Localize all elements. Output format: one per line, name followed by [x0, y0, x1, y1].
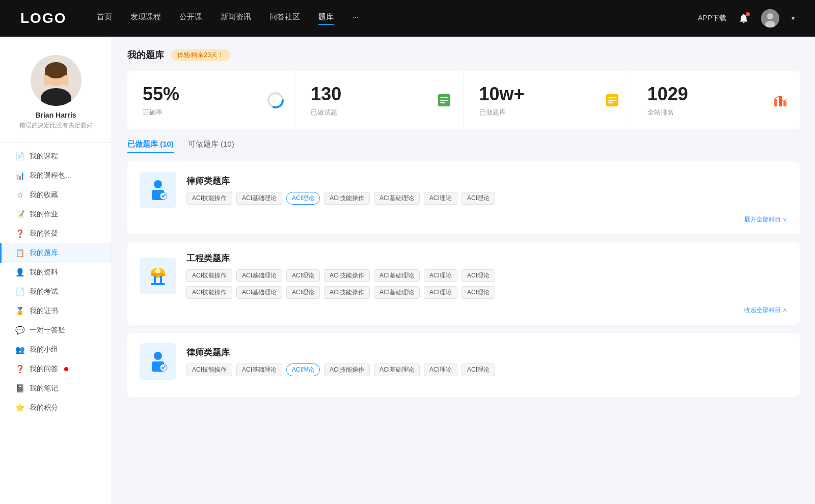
tab-available[interactable]: 可做题库 (10)	[188, 139, 234, 153]
menu-badge	[64, 367, 68, 371]
sidebar-item-我的作业[interactable]: 📝 我的作业	[0, 205, 112, 224]
menu-icon: 📓	[15, 384, 24, 393]
tag[interactable]: ACI理论	[461, 269, 495, 282]
tag[interactable]: ACI基础理论	[374, 192, 420, 205]
tag[interactable]: ACI理论	[424, 192, 457, 205]
stat-questions-icon	[435, 91, 453, 109]
stats-row: 55% 正确率 130 已做试题	[127, 71, 800, 129]
notification-bell[interactable]	[737, 11, 751, 25]
tag[interactable]: ACI技能操作	[324, 192, 370, 205]
svg-point-29	[155, 268, 160, 273]
avatar-dropdown-icon[interactable]: ▾	[792, 15, 795, 22]
logo[interactable]: LOGO	[20, 10, 66, 26]
tag[interactable]: ACI理论	[286, 269, 320, 282]
sidebar-item-我的小组[interactable]: 👥 我的小组	[0, 340, 112, 359]
sidebar-item-一对一答疑[interactable]: 💬 一对一答疑	[0, 321, 112, 340]
tag[interactable]: ACI技能操作	[324, 286, 370, 299]
tag[interactable]: ACI基础理论	[236, 286, 282, 299]
sidebar-item-我的资料[interactable]: 👤 我的资料	[0, 263, 112, 282]
tag[interactable]: ACI技能操作	[324, 363, 370, 376]
sidebar-username: Brian Harris	[5, 111, 106, 119]
tag[interactable]: ACI技能操作	[324, 269, 370, 282]
nav-item-题库[interactable]: 题库	[318, 12, 334, 25]
sidebar-item-我的笔记[interactable]: 📓 我的笔记	[0, 379, 112, 398]
stat-banks-done-label: 已做题库	[479, 108, 616, 117]
tag[interactable]: ACI理论	[461, 363, 495, 376]
menu-icon: ❓	[15, 365, 24, 374]
nav-item-首页[interactable]: 首页	[97, 12, 112, 25]
menu-icon: 🏅	[15, 306, 24, 316]
menu-icon: 👥	[15, 345, 24, 354]
sidebar-menu: 📄 我的课程 📊 我的课程包... ☆ 我的收藏 📝 我的作业 ❓ 我的答疑 📋…	[0, 147, 112, 417]
tag[interactable]: ACI理论	[286, 286, 320, 299]
svg-rect-26	[154, 276, 156, 284]
tag[interactable]: ACI基础理论	[236, 269, 282, 282]
expand-link[interactable]: 展开全部科目 ∨	[744, 215, 787, 224]
nav-item-问答社区[interactable]: 问答社区	[269, 12, 300, 25]
qbank-tags: ACI技能操作ACI基础理论ACI理论ACI技能操作ACI基础理论ACI理论AC…	[186, 269, 787, 282]
tag[interactable]: ACI技能操作	[186, 286, 232, 299]
menu-icon: ☆	[15, 190, 24, 200]
tag[interactable]: ACI基础理论	[374, 269, 420, 282]
page-header: 我的题库 体验剩余23天！	[127, 49, 800, 61]
menu-icon: 📋	[15, 248, 24, 258]
nav-item-新闻资讯[interactable]: 新闻资讯	[221, 12, 251, 25]
stat-accuracy: 55% 正确率	[127, 71, 295, 129]
trial-badge: 体验剩余23天！	[171, 49, 230, 61]
qbank-header: 律师类题库 ACI技能操作ACI基础理论ACI理论ACI技能操作ACI基础理论A…	[140, 343, 787, 380]
qbank-container: 律师类题库 ACI技能操作ACI基础理论ACI理论ACI技能操作ACI基础理论A…	[127, 161, 800, 397]
tag[interactable]: ACI技能操作	[186, 363, 232, 376]
tag[interactable]: ACI理论	[286, 363, 320, 376]
stat-questions-done-label: 已做试题	[311, 108, 448, 117]
sidebar-item-我的积分[interactable]: ⭐ 我的积分	[0, 398, 112, 417]
sidebar-item-我的课程[interactable]: 📄 我的课程	[0, 147, 112, 166]
qbank-card-2: 律师类题库 ACI技能操作ACI基础理论ACI理论ACI技能操作ACI基础理论A…	[127, 333, 800, 397]
menu-label: 我的课程包...	[30, 171, 71, 180]
sidebar: Brian Harris 错误的决定比没有决定要好 📄 我的课程 📊 我的课程包…	[0, 37, 112, 504]
sidebar-item-我的证书[interactable]: 🏅 我的证书	[0, 301, 112, 321]
sidebar-item-我的问答[interactable]: ❓ 我的问答	[0, 359, 112, 379]
tag[interactable]: ACI技能操作	[186, 269, 232, 282]
sidebar-item-我的考试[interactable]: 📄 我的考试	[0, 282, 112, 301]
profile-avatar	[31, 55, 82, 106]
qbank-card-1: 工程类题库 ACI技能操作ACI基础理论ACI理论ACI技能操作ACI基础理论A…	[127, 242, 800, 325]
nav-item-···[interactable]: ···	[352, 12, 359, 25]
svg-point-30	[154, 352, 162, 360]
tag[interactable]: ACI基础理论	[236, 192, 282, 205]
menu-label: 我的资料	[30, 268, 58, 277]
tag[interactable]: ACI技能操作	[186, 192, 232, 205]
tag[interactable]: ACI基础理论	[236, 363, 282, 376]
sidebar-item-我的答疑[interactable]: ❓ 我的答疑	[0, 224, 112, 243]
app-download-button[interactable]: APP下载	[698, 14, 726, 23]
qbank-tags: ACI技能操作ACI基础理论ACI理论ACI技能操作ACI基础理论ACI理论AC…	[186, 192, 787, 205]
stat-banks-icon	[603, 91, 621, 109]
qbank-icon-lawyer	[140, 172, 176, 208]
sidebar-item-我的题库[interactable]: 📋 我的题库	[0, 243, 112, 263]
qbank-header: 律师类题库 ACI技能操作ACI基础理论ACI理论ACI技能操作ACI基础理论A…	[140, 172, 787, 208]
tag[interactable]: ACI理论	[461, 286, 495, 299]
svg-rect-13	[440, 102, 445, 103]
tag[interactable]: ACI理论	[286, 192, 320, 205]
svg-rect-28	[151, 283, 165, 285]
menu-icon: 📝	[15, 210, 24, 219]
stat-accuracy-value: 55%	[143, 83, 280, 105]
svg-rect-15	[608, 97, 616, 98]
expand-link[interactable]: 收起全部科目 ∧	[744, 306, 787, 315]
menu-label: 我的小组	[30, 345, 58, 354]
sidebar-item-我的收藏[interactable]: ☆ 我的收藏	[0, 185, 112, 205]
tag[interactable]: ACI基础理论	[374, 286, 420, 299]
stat-accuracy-label: 正确率	[143, 108, 280, 117]
qbank-footer: 收起全部科目 ∧	[140, 306, 787, 315]
tag[interactable]: ACI理论	[424, 363, 457, 376]
svg-point-1	[767, 13, 773, 19]
tag[interactable]: ACI理论	[424, 286, 457, 299]
nav-item-公开课[interactable]: 公开课	[179, 12, 202, 25]
sidebar-item-我的课程包...[interactable]: 📊 我的课程包...	[0, 166, 112, 185]
tabs: 已做题库 (10) 可做题库 (10)	[127, 139, 800, 153]
tag[interactable]: ACI基础理论	[374, 363, 420, 376]
tag[interactable]: ACI理论	[461, 192, 495, 205]
nav-item-发现课程[interactable]: 发现课程	[130, 12, 161, 25]
tag[interactable]: ACI理论	[424, 269, 457, 282]
avatar[interactable]	[761, 9, 779, 27]
tab-done[interactable]: 已做题库 (10)	[127, 139, 174, 153]
